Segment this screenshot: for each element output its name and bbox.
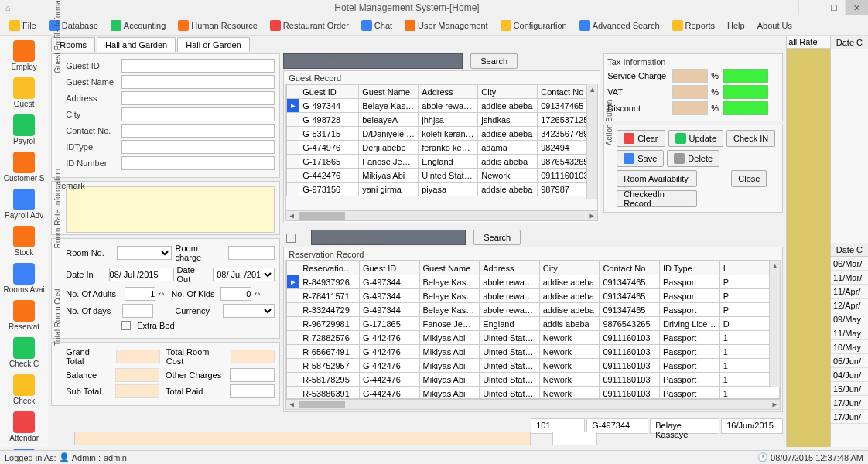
rcol-city[interactable]: City [539,261,600,275]
menu-configurartion[interactable]: Configurartion [496,19,572,32]
vat-input[interactable] [672,85,708,99]
room-availability-button[interactable]: Room Availability [617,170,697,187]
minimize-button[interactable]: — [798,0,822,15]
menu-reports[interactable]: Reports [668,19,720,32]
table-row[interactable]: R-72882576G-442476Mikiyas AbiUinted Stat… [287,331,780,345]
days-input[interactable] [122,304,153,318]
menu-user-management[interactable]: User Management [400,19,493,32]
menu-advanced-search[interactable]: Advanced Search [575,19,665,32]
nav-rooms-avai[interactable]: Rooms Avai [0,260,48,297]
menu-restaurant-order[interactable]: Restaurant Order [265,19,354,32]
reservation-table[interactable]: Reservation NoGuest IDGuest NameAddressC… [286,261,780,399]
delete-button[interactable]: Delete [667,150,719,167]
nav-check[interactable]: Check [0,371,48,408]
date-in-input[interactable] [109,268,174,281]
tab-hall-or-garden[interactable]: Hall or Garden [177,37,250,52]
nav-check-c[interactable]: Check C [0,334,48,371]
discount-input[interactable] [672,101,708,115]
room-no-select[interactable] [117,246,173,260]
update-button[interactable]: Update [668,130,723,147]
tab-hall-and-garden[interactable]: Hall and Garden [97,37,176,52]
nav-customer-s[interactable]: Customer S [0,148,48,186]
kids-input[interactable] [220,287,251,301]
menu-file[interactable]: File [5,19,41,32]
table-row[interactable]: R-58752957G-442476Mikiyas AbiUinted Stat… [287,359,780,373]
menu-accounting[interactable]: Accounting [106,19,170,32]
nav-reservat[interactable]: Reservat [0,297,48,334]
idtype-input[interactable] [121,140,275,154]
date-cell[interactable]: 11/Mar/ [831,271,868,285]
save-button[interactable]: Save [617,150,664,167]
date-out-input[interactable]: 08/ Jul /2015 [213,268,275,281]
total-paid-input[interactable] [230,384,275,398]
maximize-button[interactable]: ☐ [822,0,845,15]
rcol-address[interactable]: Address [480,261,540,275]
other-charges-input[interactable] [230,368,275,382]
search-guest-button[interactable]: Search [470,53,518,69]
nav-payrol[interactable]: Payrol [0,111,48,148]
adults-down[interactable]: ‹ [159,290,161,298]
date-cell[interactable]: 11/Apr/ [831,285,868,299]
guest-record-table[interactable]: Guest IDGuest NameAddressCityContact No▸… [286,84,597,196]
col-address[interactable]: Address [419,85,478,99]
nav-stock[interactable]: Stock [0,223,48,260]
table-row[interactable]: R-53886391G-442476Mikiyas AbiUinted Stat… [287,387,780,400]
city-input[interactable] [121,107,275,121]
adults-input[interactable] [125,287,155,301]
date-cell[interactable]: 17/Jun/ [831,396,868,410]
guest-vscroll[interactable]: ▲ [586,84,597,199]
table-row[interactable]: R-96729981G-171865Fanose JemalEnglandadd… [287,317,780,331]
date-cell[interactable]: 12/Apr/ [831,299,868,312]
extra-bed-checkbox[interactable] [121,321,131,330]
clear-button[interactable]: Clear [617,130,665,147]
table-row[interactable]: G-171865Fanose JemalEnglandaddis abeba98… [287,155,597,169]
date-col-header-2[interactable]: Date C [831,243,868,257]
col-guest-name[interactable]: Guest Name [359,85,419,99]
adults-up[interactable]: › [162,290,164,298]
service-charge-input[interactable] [672,69,708,83]
address-input[interactable] [121,91,275,105]
table-row[interactable]: R-58178295G-442476Mikiyas AbiUinted Stat… [287,373,780,387]
date-cell[interactable]: 10/May [831,340,868,354]
nav-payroll-adv[interactable]: Payroll Adv [0,186,48,223]
table-row[interactable]: G-498728beleayeAjhhjsajshdkas17265371253 [287,113,597,127]
date-cell[interactable]: 09/May [831,312,868,326]
table-row[interactable]: R-65667491G-442476Mikiyas AbiUinted Stat… [287,345,780,359]
table-row[interactable]: R-78411571G-497344Belaye Kassayeabole re… [287,289,780,303]
col-city[interactable]: City [478,85,538,99]
date-cell[interactable]: 05/Jun/ [831,354,868,368]
kids-down[interactable]: ‹ [255,290,257,298]
menu-chat[interactable]: Chat [357,19,397,32]
nav-attendar[interactable]: Attendar [0,408,48,445]
reserv-vscroll[interactable]: ▲ [769,261,780,387]
close-button[interactable]: Close [731,170,767,187]
contact-no--input[interactable] [121,124,275,138]
date-cell[interactable]: 15/Jun/ [831,382,868,396]
room-charge-input[interactable] [228,246,275,260]
guest-name-input[interactable] [121,75,275,89]
table-row[interactable]: R-33244729G-497344Belaye Kassayeabole re… [287,303,780,317]
close-window-button[interactable]: ✕ [845,0,868,15]
reserv-hscroll[interactable]: ◄► [285,399,781,410]
date-cell[interactable]: 17/Jun/ [831,410,868,424]
date-cell[interactable]: 04/Jun/ [831,368,868,382]
table-row[interactable]: G-474976Derji abebeferanko kebele...adam… [287,141,597,155]
table-row[interactable]: ▸G-497344Belaye Kassayeabole rewanda...a… [287,99,597,113]
checkin-button[interactable]: Check IN [726,130,775,147]
kids-up[interactable]: › [258,290,260,298]
menu-help[interactable]: Help [723,19,750,32]
table-row[interactable]: G-973156yani girmapiyasaaddsie abeba9879… [287,183,597,196]
rcol-guest-id[interactable]: Guest ID [359,261,419,275]
rcol-reservation-no[interactable]: Reservation No [299,261,360,275]
col-guest-id[interactable]: Guest ID [299,85,359,99]
currency-select[interactable] [223,304,275,318]
date-cell[interactable]: 11/May [831,326,868,340]
remark-input[interactable] [66,186,275,233]
rcol-guest-name[interactable]: Guest Name [419,261,480,275]
search-name-button[interactable]: Search [473,230,521,245]
rcol-id-type[interactable]: ID Type [660,261,720,275]
menu-about-us[interactable]: About Us [753,19,797,32]
filter-checkbox[interactable] [286,234,296,243]
guest-id-input[interactable] [121,59,275,73]
search-guest-input[interactable] [283,53,463,69]
